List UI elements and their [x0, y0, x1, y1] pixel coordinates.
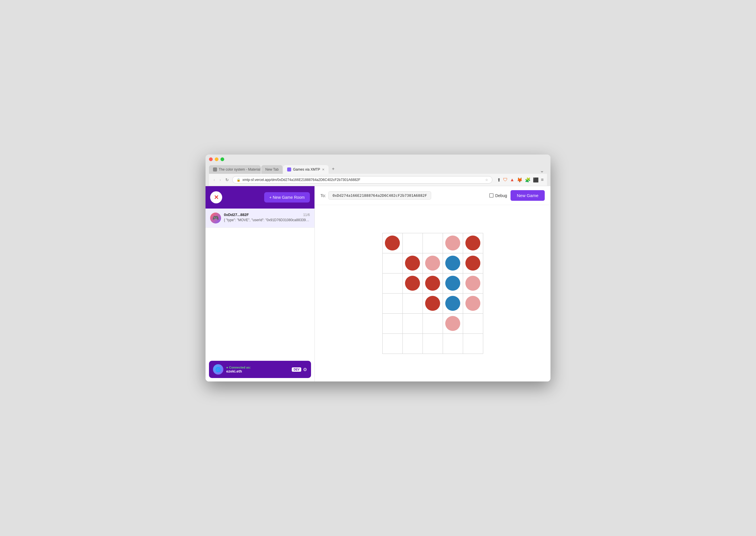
header-actions: Debug New Game: [489, 190, 545, 201]
reload-button[interactable]: ↻: [224, 177, 230, 183]
debug-checkbox[interactable]: [489, 193, 493, 198]
grid-cell-1-4[interactable]: [463, 253, 483, 274]
grid-cell-1-0[interactable]: [382, 253, 403, 274]
debug-text: Debug: [495, 193, 507, 198]
grid-cell-2-3[interactable]: [443, 274, 463, 293]
grid-cell-0-3[interactable]: [443, 233, 463, 253]
sidebar-header: ✕ + New Game Room: [205, 186, 314, 209]
piece-2-4: [465, 276, 480, 291]
brave-shield-icon[interactable]: 🛡: [503, 177, 508, 183]
back-button[interactable]: ‹: [212, 177, 216, 183]
tab-label: Games via XMTP: [293, 167, 320, 172]
grid-cell-2-1[interactable]: [403, 274, 423, 293]
grid-cell-5-0[interactable]: [382, 334, 403, 354]
grid-cell-0-4[interactable]: [463, 233, 483, 253]
forward-button[interactable]: ›: [218, 177, 222, 183]
grid-cell-3-4[interactable]: [463, 293, 483, 314]
game-area: [315, 205, 551, 382]
close-button[interactable]: [209, 157, 213, 161]
grid-cell-4-2[interactable]: [423, 314, 443, 334]
grid-cell-1-1[interactable]: [403, 253, 423, 274]
piece-1-2: [425, 256, 440, 271]
grid-cell-2-2[interactable]: [423, 274, 443, 293]
brave-rewards-icon[interactable]: ▲: [510, 177, 515, 183]
to-label: To:: [320, 193, 326, 198]
conv-body: 0xDd27...882F 11/6 { "type": "MOVE", "us…: [224, 213, 310, 222]
grid-cell-1-2[interactable]: [423, 253, 443, 274]
connected-label: Connected as:: [226, 366, 289, 369]
new-game-room-button[interactable]: + New Game Room: [264, 192, 310, 203]
tab-games-xmtp[interactable]: Games via XMTP ✕: [283, 165, 328, 174]
grid-cell-3-0[interactable]: [382, 293, 403, 314]
grid-cell-4-1[interactable]: [403, 314, 423, 334]
address-bar-row: ‹ › ↻ 🔒 xmtp-sf.vercel.app/dm/0xDd274a16…: [209, 174, 547, 186]
grid-container: [382, 233, 483, 354]
new-game-button[interactable]: New Game: [511, 190, 545, 201]
conv-header: 0xDd27...882F 11/6: [224, 213, 310, 217]
piece-0-4: [465, 236, 480, 251]
conv-name: 0xDd27...882F: [224, 213, 249, 217]
grid-cell-1-3[interactable]: [443, 253, 463, 274]
downloads-icon[interactable]: ⬛: [533, 177, 539, 183]
grid-cell-2-0[interactable]: [382, 274, 403, 293]
grid-cell-4-0[interactable]: [382, 314, 403, 334]
piece-3-4: [465, 296, 480, 311]
piece-1-3: [445, 256, 460, 271]
conv-time: 11/6: [303, 213, 310, 217]
share-icon[interactable]: ⬆: [497, 177, 501, 183]
grid-cell-0-1[interactable]: [403, 233, 423, 253]
piece-3-3: [445, 296, 460, 311]
grid-cell-5-3[interactable]: [443, 334, 463, 354]
piece-0-3: [445, 236, 460, 251]
status-text: Connected as: ezeki.eth: [226, 366, 289, 373]
conv-preview: { "type": "MOVE", "userId": "0x91D76D310…: [224, 218, 310, 222]
status-username: ezeki.eth: [226, 369, 289, 373]
conv-avatar: 🎮: [210, 213, 221, 223]
address-text: xmtp-sf.vercel.app/dm/0xDd274a166E218887…: [242, 178, 483, 182]
grid-cell-2-4[interactable]: [463, 274, 483, 293]
brave-wallet-icon[interactable]: 🦊: [517, 177, 522, 183]
piece-2-1: [405, 276, 420, 291]
piece-3-2: [425, 296, 440, 311]
main-panel: To: 0xDd274a166E21888764a2D6C402cF2b7301…: [315, 186, 551, 382]
traffic-lights: [209, 157, 547, 161]
piece-4-3: [445, 316, 460, 331]
new-tab-button[interactable]: +: [329, 164, 338, 174]
grid-cell-3-2[interactable]: [423, 293, 443, 314]
tab-close-active[interactable]: ✕: [322, 168, 325, 172]
maximize-button[interactable]: [221, 157, 224, 161]
bookmark-icon[interactable]: ☆: [485, 178, 488, 182]
grid-cell-3-1[interactable]: [403, 293, 423, 314]
status-avatar: 🌐: [213, 364, 223, 375]
tab-overflow[interactable]: ⌄: [537, 167, 547, 174]
lock-icon: 🔒: [236, 178, 240, 182]
menu-icon[interactable]: ≡: [541, 177, 544, 183]
status-badges: DEV ⚙: [292, 367, 307, 372]
settings-icon[interactable]: ⚙: [303, 367, 307, 372]
grid-cell-4-3[interactable]: [443, 314, 463, 334]
app-content: ✕ + New Game Room 🎮 0xDd27...882F 11/6 {…: [205, 186, 551, 382]
piece-1-4: [465, 256, 480, 271]
extensions-icon[interactable]: 🧩: [525, 177, 531, 183]
grid-cell-4-4[interactable]: [463, 314, 483, 334]
grid-cell-5-1[interactable]: [403, 334, 423, 354]
address-bar[interactable]: 🔒 xmtp-sf.vercel.app/dm/0xDd274a166E2188…: [232, 176, 492, 184]
grid-cell-5-4[interactable]: [463, 334, 483, 354]
main-header: To: 0xDd274a166E21888764a2D6C402cF2b7301…: [315, 186, 551, 205]
tab-material-design[interactable]: The color system - Material Design ·: [209, 165, 261, 174]
grid-cell-3-3[interactable]: [443, 293, 463, 314]
browser-chrome: The color system - Material Design · New…: [205, 154, 551, 186]
app-logo: ✕: [210, 191, 222, 203]
logo-symbol: ✕: [214, 194, 219, 201]
minimize-button[interactable]: [215, 157, 218, 161]
tab-label: The color system - Material Design: [219, 167, 261, 172]
conversation-item[interactable]: 🎮 0xDd27...882F 11/6 { "type": "MOVE", "…: [205, 209, 314, 228]
tab-new-tab[interactable]: New Tab: [261, 165, 283, 174]
debug-label[interactable]: Debug: [489, 193, 507, 198]
sidebar: ✕ + New Game Room 🎮 0xDd27...882F 11/6 {…: [205, 186, 315, 382]
grid-cell-0-0[interactable]: [382, 233, 403, 253]
grid-cell-5-2[interactable]: [423, 334, 443, 354]
grid-cell-0-2[interactable]: [423, 233, 443, 253]
piece-2-3: [445, 276, 460, 291]
piece-2-2: [425, 276, 440, 291]
